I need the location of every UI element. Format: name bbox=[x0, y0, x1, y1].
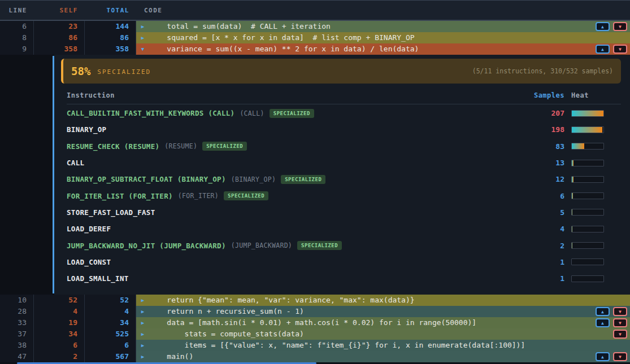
specialized-badge: SPECIALIZED bbox=[281, 175, 325, 184]
self-samples: 4 bbox=[34, 306, 85, 317]
jump-up-button[interactable]: ▲ bbox=[596, 307, 610, 316]
code-text: main() bbox=[149, 351, 193, 362]
column-header-self: SELF bbox=[34, 7, 85, 14]
line-number: 28 bbox=[0, 306, 34, 317]
samples-count: 13 bbox=[497, 159, 564, 167]
code-cell[interactable]: ▶ return n + recursive_sum(n - 1)▲▼ bbox=[136, 306, 630, 317]
column-header-code: CODE bbox=[136, 7, 630, 14]
code-text: total = sum(data) # CALL + iteration bbox=[149, 21, 331, 32]
instruction-row: LOAD_SMALL_INT1 bbox=[67, 270, 621, 287]
row-nav-buttons: ▲▼ bbox=[596, 45, 627, 54]
jump-up-button[interactable]: ▲ bbox=[596, 318, 610, 327]
instruction-row: RESUME_CHECK (RESUME)(RESUME)SPECIALIZED… bbox=[67, 138, 621, 155]
profiler-window: LINE SELF TOTAL CODE 623144▶ total = sum… bbox=[0, 0, 630, 364]
code-row: 105252▶ return {"mean": mean, "var": var… bbox=[0, 295, 630, 306]
code-cell[interactable]: ▼ variance = sum((x - mean) ** 2 for x i… bbox=[136, 43, 630, 55]
jump-down-button[interactable]: ▼ bbox=[613, 330, 627, 339]
expand-expander-icon[interactable]: ▶ bbox=[136, 21, 149, 32]
specialized-badge: SPECIALIZED bbox=[224, 191, 268, 200]
instruction-name: BINARY_OP_SUBTRACT_FLOAT (BINARY_OP) bbox=[67, 175, 226, 183]
instruction-name: LOAD_SMALL_INT bbox=[67, 274, 129, 283]
instruction-name: FOR_ITER_LIST (FOR_ITER) bbox=[67, 192, 173, 200]
self-samples: 358 bbox=[34, 43, 85, 55]
instruction-name-group: RESUME_CHECK (RESUME)(RESUME)SPECIALIZED bbox=[67, 142, 247, 151]
panel-accent-line bbox=[53, 56, 54, 293]
heat-bar bbox=[571, 110, 604, 117]
collapse-expander-icon[interactable]: ▼ bbox=[136, 43, 149, 55]
instruction-name-group: STORE_FAST_LOAD_FAST bbox=[67, 208, 155, 217]
code-text: data = [math.sin(i * 0.01) + math.cos(i … bbox=[149, 317, 476, 328]
jump-up-button[interactable]: ▲ bbox=[596, 22, 610, 31]
expand-expander-icon[interactable]: ▶ bbox=[136, 295, 149, 306]
expanded-instruction-panel: 58% SPECIALIZED (5/11 instructions, 310/… bbox=[0, 55, 630, 295]
expand-expander-icon[interactable]: ▶ bbox=[136, 306, 149, 317]
instruction-name-group: LOAD_DEREF bbox=[67, 225, 111, 233]
line-number: 47 bbox=[0, 351, 34, 362]
heat-bar-fill bbox=[572, 143, 584, 149]
heat-bar-fill bbox=[572, 209, 572, 215]
column-header-line: LINE bbox=[0, 7, 34, 14]
code-cell[interactable]: ▶ return {"mean": mean, "var": variance,… bbox=[136, 295, 630, 306]
jump-down-button[interactable]: ▼ bbox=[613, 352, 627, 361]
expand-expander-icon[interactable]: ▶ bbox=[136, 351, 149, 362]
row-nav-buttons: ▲▼ bbox=[596, 307, 627, 316]
code-cell[interactable]: ▶ data = [math.sin(i * 0.01) + math.cos(… bbox=[136, 317, 630, 328]
jump-down-button[interactable]: ▼ bbox=[613, 318, 627, 327]
total-samples: 567 bbox=[85, 351, 136, 362]
code-text: return {"mean": mean, "var": variance, "… bbox=[149, 295, 415, 306]
column-header-total: TOTAL bbox=[85, 7, 136, 14]
samples-count: 1 bbox=[497, 258, 564, 266]
instruction-row: CALL_BUILTIN_FAST_WITH_KEYWORDS (CALL)(C… bbox=[67, 105, 621, 121]
instruction-name: JUMP_BACKWARD_NO_JIT (JUMP_BACKWARD) bbox=[67, 242, 226, 250]
total-samples: 144 bbox=[85, 21, 136, 32]
heat-bar bbox=[571, 176, 604, 183]
heat-bar bbox=[571, 275, 604, 282]
samples-count: 207 bbox=[497, 109, 564, 117]
total-samples: 86 bbox=[85, 32, 136, 43]
code-cell[interactable]: ▶ stats = compute_stats(data)▼ bbox=[136, 328, 630, 340]
instruction-row: LOAD_DEREF4 bbox=[67, 221, 621, 237]
instruction-row: LOAD_CONST1 bbox=[67, 254, 621, 270]
base-opcode-name: (JUMP_BACKWARD) bbox=[231, 242, 292, 249]
code-rows-bottom: 105252▶ return {"mean": mean, "var": var… bbox=[0, 295, 630, 362]
code-row: 623144▶ total = sum(data) # CALL + itera… bbox=[0, 21, 630, 32]
expand-expander-icon[interactable]: ▶ bbox=[136, 317, 149, 328]
self-samples: 34 bbox=[34, 328, 85, 340]
jump-down-button[interactable]: ▼ bbox=[613, 307, 627, 316]
code-cell[interactable]: ▶ main()▲▼ bbox=[136, 351, 630, 362]
base-opcode-name: (RESUME) bbox=[164, 142, 197, 150]
code-row: 9358358▼ variance = sum((x - mean) ** 2 … bbox=[0, 43, 630, 55]
code-row: 88686▶ squared = [x * x for x in data] #… bbox=[0, 32, 630, 43]
code-cell[interactable]: ▶ squared = [x * x for x in data] # list… bbox=[136, 32, 630, 43]
specialization-banner: 58% SPECIALIZED (5/11 instructions, 310/… bbox=[61, 59, 621, 84]
code-cell[interactable]: ▶ items = [{"value": x, "name": f"item_{… bbox=[136, 340, 630, 351]
jump-down-button[interactable]: ▼ bbox=[613, 22, 627, 31]
row-nav-buttons: ▲▼ bbox=[596, 352, 627, 361]
expand-expander-icon[interactable]: ▶ bbox=[136, 328, 149, 340]
specialized-badge: SPECIALIZED bbox=[270, 109, 314, 118]
code-row: 472567▶ main()▲▼ bbox=[0, 351, 630, 362]
code-cell[interactable]: ▶ total = sum(data) # CALL + iteration▲▼ bbox=[136, 21, 630, 32]
samples-count: 12 bbox=[497, 175, 564, 183]
instruction-name-group: FOR_ITER_LIST (FOR_ITER)(FOR_ITER)SPECIA… bbox=[67, 191, 268, 200]
self-samples: 23 bbox=[34, 21, 85, 32]
base-opcode-name: (FOR_ITER) bbox=[178, 192, 219, 200]
heat-bar-fill bbox=[572, 127, 602, 133]
expand-expander-icon[interactable]: ▶ bbox=[136, 340, 149, 351]
jump-up-button[interactable]: ▲ bbox=[596, 352, 610, 361]
heat-bar bbox=[571, 209, 604, 216]
instruction-name-group: CALL bbox=[67, 159, 84, 167]
row-nav-buttons: ▼ bbox=[613, 330, 627, 339]
specialized-percent: 58% bbox=[71, 65, 90, 77]
jump-down-button[interactable]: ▼ bbox=[613, 45, 627, 54]
jump-up-button[interactable]: ▲ bbox=[596, 45, 610, 54]
self-samples: 52 bbox=[34, 295, 85, 306]
instruction-name: STORE_FAST_LOAD_FAST bbox=[67, 208, 155, 217]
samples-count: 6 bbox=[497, 192, 564, 200]
instruction-row: STORE_FAST_LOAD_FAST5 bbox=[67, 204, 621, 221]
expand-expander-icon[interactable]: ▶ bbox=[136, 32, 149, 43]
samples-column-header: Samples bbox=[497, 91, 564, 99]
base-opcode-name: (CALL) bbox=[240, 109, 264, 117]
self-samples: 6 bbox=[34, 340, 85, 351]
code-row: 2844▶ return n + recursive_sum(n - 1)▲▼ bbox=[0, 306, 630, 317]
